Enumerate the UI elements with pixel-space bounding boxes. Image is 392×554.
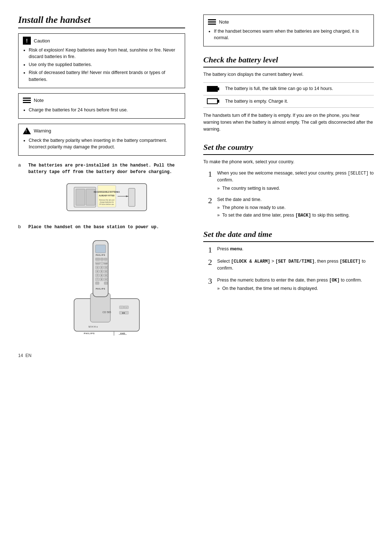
step-b: b Place the handset on the base station … [18, 224, 185, 346]
step-a-content: The batteries are pre-installed in the h… [28, 162, 185, 218]
note-header-right: Note [208, 18, 369, 26]
battery-table: The battery is full, the talk time can g… [203, 82, 374, 108]
set-country-steps: 1 When you see the welcome message, sele… [203, 170, 374, 219]
datetime-step-2-content: Select [CLOCK & ALARM] > [SET DATE/TIME]… [217, 258, 374, 273]
country-step-2-sub-2: To set the date and time later, press [B… [217, 212, 374, 219]
battery-level-title: Check the battery level [203, 55, 374, 67]
set-country-desc: To make the phone work, select your coun… [203, 159, 374, 165]
svg-text:Remove this tab and: Remove this tab and [99, 199, 115, 201]
country-step-2-sub: The phone is now ready to use. To set th… [217, 204, 374, 219]
step-b-content: Place the handset on the base station to… [28, 224, 185, 346]
battery-full-text: The battery is full, the talk time can g… [221, 83, 374, 95]
svg-text:PHILIPS: PHILIPS [96, 288, 105, 290]
section-title-install: Install the handset [18, 15, 185, 28]
set-datetime-section: Set the date and time 1 Press menu. 2 Se… [203, 230, 374, 293]
note-box-1: Note Charge the batteries for 24 hours b… [18, 93, 185, 119]
country-step-1: 1 When you see the welcome message, sele… [203, 170, 374, 193]
svg-rect-21 [104, 258, 107, 260]
caution-header: ! Caution [23, 37, 180, 45]
svg-rect-19 [95, 258, 100, 260]
svg-text:PHILIPS: PHILIPS [84, 332, 95, 335]
step-a: a The batteries are pre-installed in the… [18, 162, 185, 218]
datetime-step-3-text: Press the numeric buttons to enter the d… [217, 277, 374, 284]
set-country-section: Set the country To make the phone work, … [203, 143, 374, 219]
country-step-2-content: Set the date and time. The phone is now … [217, 196, 374, 220]
country-step-2: 2 Set the date and time. The phone is no… [203, 196, 374, 220]
step-b-letter: b [18, 224, 23, 346]
datetime-step-1-number: 1 [203, 246, 212, 254]
svg-rect-13 [128, 188, 135, 206]
warning-header: Warning [23, 127, 180, 135]
battery-empty-icon [207, 98, 218, 104]
datetime-step-3-number: 3 [203, 277, 212, 286]
country-step-1-text: When you see the welcome message, select… [217, 170, 374, 184]
step-b-image: PHILIPS menu redial 1 [28, 233, 185, 346]
svg-text:charge batteries for: charge batteries for [100, 201, 114, 203]
svg-text:*: * [97, 279, 98, 280]
svg-text:▶▶: ▶▶ [122, 312, 125, 314]
step-a-letter: a [18, 162, 23, 218]
battery-empty-icon-cell [203, 95, 221, 108]
svg-text:menu: menu [96, 263, 99, 264]
svg-text:redial: redial [104, 263, 107, 264]
svg-rect-24 [101, 262, 103, 264]
datetime-step-3-sub-1: On the handset, the time set menu is dis… [217, 285, 374, 292]
caution-list: Risk of explosion! Keep batteries away f… [23, 47, 180, 83]
note-box-right: Note If the handset becomes warm when th… [203, 15, 374, 46]
note-item-right-1: If the handset becomes warm when the bat… [214, 28, 369, 41]
note-label-1: Note [34, 98, 44, 103]
datetime-step-3: 3 Press the numeric buttons to enter the… [203, 277, 374, 293]
datetime-step-1-text: Press menu. [217, 246, 374, 253]
warning-item-1: Check the battery polarity when insertin… [29, 137, 180, 150]
set-country-title: Set the country [203, 143, 374, 155]
country-step-1-sub-1: The country setting is saved. [217, 185, 374, 192]
country-step-2-number: 2 [203, 196, 212, 205]
datetime-step-2-number: 2 [203, 258, 212, 267]
page: Install the handset ! Caution Risk of ex… [0, 0, 392, 554]
caution-icon: ! [23, 37, 31, 45]
note-list-right: If the handset becomes warm when the bat… [208, 28, 369, 41]
battery-body-text: The handsets turn off if the battery is … [203, 112, 374, 132]
battery-pack-diagram: RECHARGEABLE BATTERIES ALREADY FITTED Re… [56, 178, 158, 218]
battery-full-icon [207, 86, 218, 92]
step-b-text: Place the handset on the base station to… [28, 224, 185, 230]
svg-text:XHD: XHD [120, 332, 125, 335]
battery-full-row: The battery is full, the talk time can g… [203, 83, 374, 95]
warning-list: Check the battery polarity when insertin… [23, 137, 180, 150]
country-step-1-number: 1 [203, 170, 212, 178]
caution-label: Caution [34, 38, 50, 44]
base-station-diagram: PHILIPS menu redial 1 [67, 233, 147, 346]
warning-label: Warning [34, 128, 51, 134]
datetime-step-1-content: Press menu. [217, 246, 374, 254]
note-header-1: Note [23, 97, 180, 104]
left-column: Install the handset ! Caution Risk of ex… [18, 15, 196, 539]
battery-level-desc: The battery icon displays the current ba… [203, 71, 374, 78]
battery-empty-text: The battery is empty. Charge it. [221, 95, 374, 108]
note-lines-icon [23, 97, 31, 104]
datetime-step-3-content: Press the numeric buttons to enter the d… [217, 277, 374, 293]
caution-item-3: Risk of decreased battery life! Never mi… [29, 69, 180, 82]
svg-rect-17 [95, 245, 106, 253]
battery-full-icon-cell [203, 83, 221, 95]
datetime-step-3-sub: On the handset, the time set menu is dis… [217, 285, 374, 292]
datetime-step-2-text: Select [CLOCK & ALARM] > [SET DATE/TIME]… [217, 258, 374, 272]
country-step-2-text: Set the date and time. [217, 196, 374, 203]
step-a-text: The batteries are pre-installed in the h… [28, 162, 185, 175]
svg-text:CD 565: CD 565 [102, 311, 111, 313]
warning-box: Warning Check the battery polarity when … [18, 124, 185, 156]
warning-triangle-icon [23, 127, 31, 135]
svg-rect-20 [101, 258, 103, 260]
datetime-step-1: 1 Press menu. [203, 246, 374, 254]
note-lines-icon-right [208, 18, 216, 26]
note-label-right: Note [219, 19, 229, 25]
svg-text:M   H   H   x: M H H x [89, 325, 98, 328]
battery-level-section: Check the battery level The battery icon… [203, 55, 374, 132]
caution-item-2: Use only the supplied batteries. [29, 61, 180, 68]
country-step-1-content: When you see the welcome message, select… [217, 170, 374, 193]
caution-item-1: Risk of explosion! Keep batteries away f… [29, 47, 180, 60]
set-datetime-title: Set the date and time [203, 230, 374, 242]
country-step-2-sub-1: The phone is now ready to use. [217, 204, 374, 211]
note-item-1: Charge the batteries for 24 hours before… [29, 107, 180, 113]
note-list-1: Charge the batteries for 24 hours before… [23, 107, 180, 113]
svg-text:24 hours before use.: 24 hours before use. [99, 204, 114, 205]
